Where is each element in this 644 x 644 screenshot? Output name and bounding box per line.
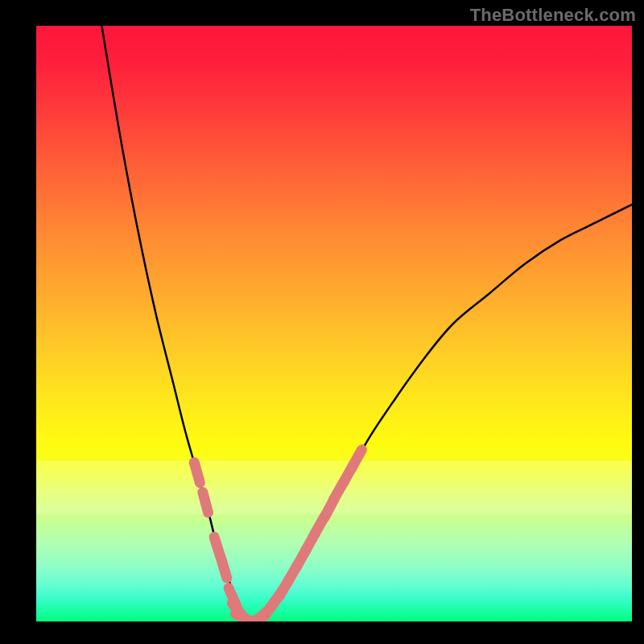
curve-layer — [36, 26, 632, 621]
right-marker — [352, 450, 362, 469]
left-marker — [203, 492, 208, 512]
chart-stage: TheBottleneck.com — [0, 0, 644, 644]
curve-left-branch — [101, 26, 250, 621]
left-marker — [194, 462, 200, 482]
left-marker — [221, 558, 226, 578]
plot-area — [36, 26, 632, 621]
watermark-text: TheBottleneck.com — [470, 5, 636, 26]
curve-right-branch — [250, 204, 632, 621]
